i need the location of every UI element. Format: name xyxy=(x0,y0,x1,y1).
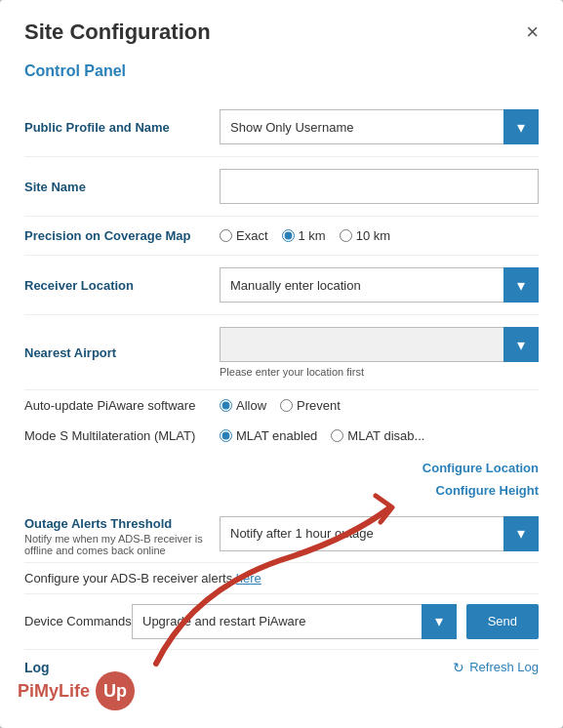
device-row: Device Commands Upgrade and restart PiAw… xyxy=(24,594,539,650)
refresh-log-link[interactable]: ↻ Refresh Log xyxy=(453,660,539,675)
public-profile-control: Show Only Username Show Full Name Hide P… xyxy=(220,109,539,144)
precision-1km-label: 1 km xyxy=(299,228,326,243)
receiver-location-select-wrap: Manually enter location Auto-detect Manu… xyxy=(220,267,539,303)
precision-10km-option[interactable]: 10 km xyxy=(340,228,390,243)
auto-update-prevent-radio[interactable] xyxy=(280,399,293,412)
outage-dropdown-btn[interactable] xyxy=(503,516,539,551)
chevron-down-icon xyxy=(517,336,525,354)
device-select[interactable]: Upgrade and restart PiAware Restart PiAw… xyxy=(132,604,422,639)
watermark-up: Up xyxy=(103,681,127,702)
precision-row: Precision on Coverage Map Exact 1 km 10 … xyxy=(24,217,539,256)
mlat-radio-group: MLAT enabled MLAT disab... xyxy=(220,428,539,443)
precision-1km-radio[interactable] xyxy=(282,229,295,242)
mlat-disabled-label: MLAT disab... xyxy=(347,428,424,443)
nearest-airport-wrap: Please enter your location first xyxy=(220,327,539,378)
refresh-log-label: Refresh Log xyxy=(469,660,539,674)
alerts-text: Configure your ADS-B receiver alerts xyxy=(24,571,236,586)
mlat-enabled-radio[interactable] xyxy=(220,429,232,442)
precision-label: Precision on Coverage Map xyxy=(24,228,220,243)
nearest-airport-input-row xyxy=(220,327,539,362)
device-dropdown-btn[interactable] xyxy=(422,604,457,639)
alerts-row: Configure your ADS-B receiver alerts her… xyxy=(24,563,539,594)
precision-10km-radio[interactable] xyxy=(340,229,352,242)
auto-update-radio-group: Allow Prevent xyxy=(220,398,539,413)
receiver-location-select[interactable]: Manually enter location Auto-detect Manu… xyxy=(220,267,503,303)
receiver-location-row: Receiver Location Manually enter locatio… xyxy=(24,256,539,315)
close-button[interactable]: × xyxy=(526,21,539,43)
outage-select[interactable]: Notify after 1 hour outage Notify after … xyxy=(220,516,503,551)
chevron-down-icon xyxy=(517,524,525,543)
auto-update-prevent-option[interactable]: Prevent xyxy=(280,398,341,413)
receiver-location-control: Manually enter location Auto-detect Manu… xyxy=(220,267,539,303)
public-profile-label: Public Profile and Name xyxy=(24,120,220,135)
nearest-airport-row: Nearest Airport Please enter your locati… xyxy=(24,315,539,390)
mlat-label: Mode S Multilateration (MLAT) xyxy=(24,428,220,443)
watermark-circle: Up xyxy=(96,671,135,710)
nearest-airport-disabled-input xyxy=(220,327,503,362)
nearest-airport-hint: Please enter your location first xyxy=(220,366,539,378)
precision-exact-radio[interactable] xyxy=(220,229,232,242)
public-profile-row: Public Profile and Name Show Only Userna… xyxy=(24,98,539,157)
outage-label-col: Outage Alerts Threshold Notify me when m… xyxy=(24,516,220,556)
outage-select-wrap: Notify after 1 hour outage Notify after … xyxy=(220,516,539,551)
precision-exact-label: Exact xyxy=(236,228,268,243)
mlat-enabled-option[interactable]: MLAT enabled xyxy=(220,428,317,443)
precision-1km-option[interactable]: 1 km xyxy=(282,228,326,243)
precision-control: Exact 1 km 10 km xyxy=(220,228,539,243)
device-select-wrap: Upgrade and restart PiAware Restart PiAw… xyxy=(132,604,457,639)
send-button[interactable]: Send xyxy=(466,604,539,639)
chevron-down-icon xyxy=(517,118,525,137)
precision-exact-option[interactable]: Exact xyxy=(220,228,268,243)
outage-row: Outage Alerts Threshold Notify me when m… xyxy=(24,506,539,563)
chevron-down-icon xyxy=(517,276,525,295)
configure-location-link[interactable]: Configure Location xyxy=(422,457,539,479)
watermark: PiMyLife Up xyxy=(18,671,135,710)
configure-height-link[interactable]: Configure Height xyxy=(436,479,539,502)
outage-title: Outage Alerts Threshold xyxy=(24,516,220,531)
public-profile-select[interactable]: Show Only Username Show Full Name Hide P… xyxy=(220,109,503,144)
site-name-label: Site Name xyxy=(24,180,220,194)
nearest-airport-label: Nearest Airport xyxy=(24,345,220,360)
auto-update-allow-option[interactable]: Allow xyxy=(220,398,266,413)
precision-10km-label: 10 km xyxy=(356,228,390,243)
site-name-row: Site Name xyxy=(24,157,539,217)
auto-update-row: Auto-update PiAware software Allow Preve… xyxy=(24,390,539,421)
receiver-location-label: Receiver Location xyxy=(24,278,220,293)
device-label: Device Commands xyxy=(24,614,132,628)
control-panel-title: Control Panel xyxy=(24,62,539,80)
precision-radio-group: Exact 1 km 10 km xyxy=(220,228,539,243)
nearest-airport-btn[interactable] xyxy=(503,327,539,362)
site-name-input[interactable] xyxy=(220,169,539,204)
mlat-enabled-label: MLAT enabled xyxy=(236,428,317,443)
modal-header: Site Configuration × xyxy=(24,20,539,45)
chevron-down-icon xyxy=(435,612,443,630)
outage-subtitle: Notify me when my ADS-B receiver is offl… xyxy=(24,533,220,556)
watermark-text: PiMyLife xyxy=(18,681,90,702)
site-configuration-modal: Site Configuration × Control Panel Publi… xyxy=(0,0,563,728)
auto-update-allow-label: Allow xyxy=(236,398,266,413)
public-profile-dropdown-btn[interactable] xyxy=(503,109,539,144)
modal-title: Site Configuration xyxy=(24,20,211,45)
refresh-icon: ↻ xyxy=(453,660,464,675)
mlat-disabled-option[interactable]: MLAT disab... xyxy=(331,428,424,443)
receiver-location-dropdown-btn[interactable] xyxy=(503,267,539,303)
auto-update-label: Auto-update PiAware software xyxy=(24,398,220,413)
mlat-disabled-radio[interactable] xyxy=(331,429,343,442)
auto-update-allow-radio[interactable] xyxy=(220,399,232,412)
config-links: Configure Location Configure Height xyxy=(24,451,539,506)
mlat-row: Mode S Multilateration (MLAT) MLAT enabl… xyxy=(24,421,539,451)
auto-update-prevent-label: Prevent xyxy=(297,398,341,413)
alerts-link[interactable]: here xyxy=(236,571,261,586)
public-profile-select-wrap: Show Only Username Show Full Name Hide P… xyxy=(220,109,539,144)
nearest-airport-control: Please enter your location first xyxy=(220,327,539,378)
site-name-control xyxy=(220,169,539,204)
